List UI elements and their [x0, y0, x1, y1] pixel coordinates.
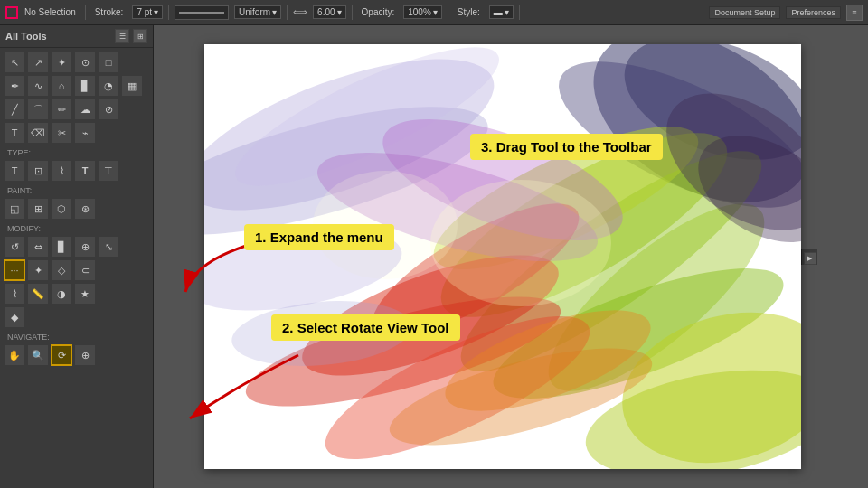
stroke-dropdown[interactable]: 7 pt▾ — [132, 5, 163, 19]
preferences-btn[interactable]: Preferences — [786, 6, 841, 19]
right-strip-btn-1[interactable]: ▶ — [804, 252, 816, 265]
join-tool[interactable]: ⊂ — [74, 259, 96, 281]
navigate-section-label: Navigate: — [4, 330, 149, 343]
direct-select-tool[interactable]: ↗ — [27, 52, 49, 73]
warp-tool[interactable]: ⤡ — [98, 236, 119, 258]
type-on-path-tool[interactable]: ⌇ — [51, 160, 72, 182]
annotation-step2-text: 2. Select Rotate View Tool — [282, 320, 449, 335]
sep1 — [85, 5, 86, 20]
bar-chart-2-tool[interactable]: ▊ — [51, 236, 72, 258]
canvas-area: 1. Expand the menu 2. Select Rotate View… — [154, 25, 868, 488]
modify-section-label: Modify: — [4, 221, 149, 234]
zoom-out-tool[interactable]: 🔍 — [27, 344, 49, 366]
shape-builder-tool[interactable]: ⬡ — [51, 198, 72, 220]
main-layout: All Tools ☰ ⊞ ↖ ↗ ✦ ⊙ □ ✒ ∿ ⌂ ▊ ◔ ▦ — [0, 25, 868, 488]
grid-view-btn[interactable]: ⊞ — [133, 29, 147, 43]
reflect-tool[interactable]: ⇔ — [27, 236, 49, 258]
opacity-value: 100% — [408, 7, 431, 17]
pie-chart-tool[interactable]: ◔ — [98, 75, 119, 97]
canvas-frame — [204, 44, 801, 469]
width-icon: ⟺ — [293, 6, 307, 18]
tools-row-blend: ⌇ 📏 ◑ ★ — [4, 283, 149, 305]
sep5 — [448, 5, 448, 20]
pencil-tool[interactable]: ✏ — [51, 99, 72, 120]
annotation-step3: 3. Drag Tool to the Toolbar — [470, 134, 663, 160]
area-type-tool[interactable]: ⊡ — [27, 160, 49, 182]
style-dropdown[interactable]: ▬▾ — [489, 5, 514, 19]
extra-btn[interactable]: ≡ — [846, 5, 863, 21]
width-dropdown[interactable]: 6.00▾ — [313, 5, 345, 19]
tools-row-3: ╱ ⌒ ✏ ☁ ⊘ — [4, 99, 149, 120]
tools-row-expand: ··· ✦ ◇ ⊂ — [4, 259, 149, 281]
pt-value: 7 pt — [137, 7, 152, 17]
rotate-view-tool[interactable]: ⟳ — [51, 344, 72, 366]
artboard-tool[interactable]: □ — [98, 52, 119, 73]
live-paint-tool[interactable]: ⊛ — [74, 198, 96, 220]
expand-menu-btn[interactable]: ··· — [4, 259, 25, 281]
type-tool-2[interactable]: T — [4, 160, 25, 182]
vertical-type-tool[interactable]: T — [74, 160, 96, 182]
blend-tool[interactable]: ◑ — [51, 283, 72, 305]
paint-section-label: Paint: — [4, 183, 149, 196]
selection-color-indicator — [5, 6, 18, 19]
type-section-label: Type: — [4, 145, 149, 158]
blob-brush-tool[interactable]: ☁ — [74, 99, 96, 120]
uniform-dropdown[interactable]: Uniform▾ — [234, 5, 281, 19]
canvas-painting — [204, 44, 801, 469]
stroke-preview — [175, 5, 229, 20]
rotate-tool[interactable]: ↺ — [4, 236, 25, 258]
hand-tool[interactable]: ✋ — [4, 344, 25, 366]
sep2 — [168, 5, 169, 20]
tools-row-type: T ⊡ ⌇ T ⊤ — [4, 160, 149, 182]
opacity-label: Opacity: — [358, 5, 399, 19]
simplify-tool[interactable]: ◇ — [51, 259, 72, 281]
document-setup-btn[interactable]: Document Setup — [709, 6, 780, 19]
stacked-bar-tool[interactable]: ▦ — [121, 75, 143, 97]
tools-row-4: T ⌫ ✂ ⌁ — [4, 122, 149, 144]
tools-row-1: ↖ ↗ ✦ ⊙ □ — [4, 52, 149, 73]
width-value: 6.00 — [317, 7, 335, 17]
arc-tool[interactable]: ⌒ — [27, 99, 49, 120]
knife-tool[interactable]: ⌁ — [74, 122, 96, 144]
top-toolbar: No Selection Stroke: 7 pt▾ Uniform▾ ⟺ 6.… — [0, 0, 868, 25]
stroke-label: Stroke: — [91, 5, 127, 19]
list-view-btn[interactable]: ☰ — [115, 29, 129, 43]
pen-tool[interactable]: ✒ — [4, 75, 25, 97]
panel-view-icons: ☰ ⊞ — [115, 29, 147, 43]
sep3 — [287, 5, 288, 20]
smooth-tool[interactable]: ✦ — [27, 259, 49, 281]
eraser-tool[interactable]: ⌫ — [27, 122, 49, 144]
eyedropper-tool[interactable]: ⌇ — [4, 283, 25, 305]
opacity-dropdown[interactable]: 100%▾ — [403, 5, 442, 19]
line-tool[interactable]: ╱ — [4, 99, 25, 120]
paint-bucket-tool[interactable]: ⊘ — [98, 99, 119, 120]
lasso-tool[interactable]: ⊙ — [74, 52, 96, 73]
tools-grid: ↖ ↗ ✦ ⊙ □ ✒ ∿ ⌂ ▊ ◔ ▦ ╱ ⌒ ✏ ☁ ⊘ — [0, 48, 153, 370]
tools-row-2: ✒ ∿ ⌂ ▊ ◔ ▦ — [4, 75, 149, 97]
sep4 — [352, 5, 353, 20]
annotation-step1-text: 1. Expand the menu — [255, 230, 383, 245]
gradient-tool[interactable]: ◱ — [4, 198, 25, 220]
no-selection-area: No Selection — [5, 5, 80, 19]
tools-row-modify: ↺ ⇔ ▊ ⊕ ⤡ — [4, 236, 149, 258]
sep6 — [519, 5, 520, 20]
curvature-tool[interactable]: ∿ — [27, 75, 49, 97]
bar-chart-tool[interactable]: ▊ — [74, 75, 96, 97]
panel-title: All Tools — [5, 31, 47, 42]
annotation-step1: 1. Expand the menu — [244, 224, 394, 250]
magic-wand-tool[interactable]: ✦ — [51, 52, 72, 73]
tools-panel: All Tools ☰ ⊞ ↖ ↗ ✦ ⊙ □ ✒ ∿ ⌂ ▊ ◔ ▦ — [0, 25, 154, 488]
symbol-tool[interactable]: ★ — [74, 283, 96, 305]
zoom-tool[interactable]: ⊕ — [74, 344, 96, 366]
measure-tool[interactable]: 📏 — [27, 283, 49, 305]
type-tool[interactable]: T — [4, 122, 25, 144]
mesh-tool[interactable]: ⊞ — [27, 198, 49, 220]
annotation-step3-text: 3. Drag Tool to the Toolbar — [481, 139, 652, 155]
scissor-tool[interactable]: ✂ — [51, 122, 72, 144]
anchor-tool[interactable]: ⌂ — [51, 75, 72, 97]
extra-tool[interactable]: ◆ — [4, 306, 25, 328]
touch-type-tool[interactable]: ⊤ — [98, 160, 119, 182]
annotation-step2: 2. Select Rotate View Tool — [271, 314, 460, 341]
select-tool[interactable]: ↖ — [4, 52, 25, 73]
pin-tool[interactable]: ⊕ — [74, 236, 96, 258]
